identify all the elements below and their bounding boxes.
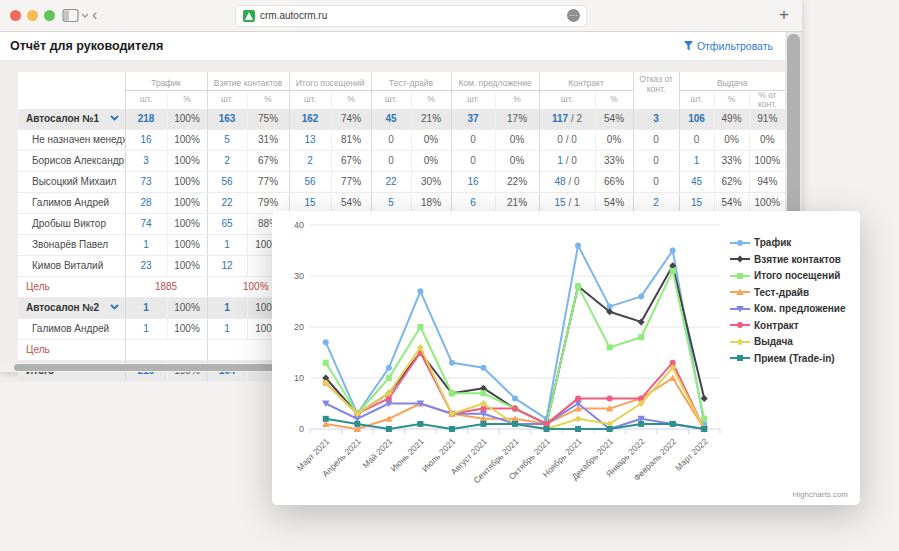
value-cell[interactable]: 106 — [679, 109, 714, 130]
value-cell[interactable]: 16 — [451, 171, 495, 192]
value-cell[interactable]: 218 — [125, 109, 167, 130]
value-cell[interactable]: 45 — [679, 171, 714, 192]
y-axis-label: 30 — [294, 271, 304, 281]
value-cell[interactable]: 1 — [207, 297, 247, 318]
legend-item[interactable]: Контракт — [730, 320, 846, 331]
value-cell: 0 — [371, 129, 411, 150]
close-window-button[interactable] — [10, 10, 21, 21]
row-name-cell: Цель — [18, 276, 125, 297]
table-row[interactable]: Автосалон №1218100%16375%16274%4521%3717… — [18, 109, 785, 130]
chevron-down-icon[interactable] — [110, 304, 119, 310]
column-subheader: % от конт. — [749, 91, 785, 109]
value-cell[interactable]: 12 — [207, 255, 247, 276]
value-cell[interactable]: 3 — [633, 109, 679, 130]
value-cell[interactable]: 5 — [207, 129, 247, 150]
row-label: Цель — [26, 281, 50, 292]
value-cell[interactable]: 162 — [289, 109, 331, 130]
column-group-header: Отказ от конт. — [633, 72, 679, 109]
value-cell[interactable]: 73 — [125, 171, 167, 192]
legend-marker-icon — [730, 304, 750, 314]
filter-button[interactable]: Отфильтровать — [684, 40, 773, 52]
url-bar[interactable]: crm.autocrm.ru ⋯ — [235, 5, 587, 27]
value-cell: 0% — [714, 129, 749, 150]
value-cell[interactable]: 22 — [207, 192, 247, 213]
value-cell[interactable]: 1 — [207, 234, 247, 255]
legend-item[interactable]: Тест-драйв — [730, 287, 846, 298]
legend-item[interactable]: Ком. предложение — [730, 303, 846, 314]
value-cell: 75% — [247, 109, 289, 130]
value-cell: 0 — [633, 129, 679, 150]
value-cell[interactable]: 65 — [207, 213, 247, 234]
value-cell[interactable]: 163 — [207, 109, 247, 130]
legend-item[interactable]: Итого посещений — [730, 270, 846, 281]
value-cell: 66% — [595, 171, 633, 192]
value-cell[interactable]: 1 — [125, 318, 167, 339]
legend-label: Трафик — [754, 237, 791, 248]
sidebar-toggle-button[interactable] — [62, 8, 88, 23]
legend-marker-icon — [730, 238, 750, 248]
value-cell[interactable]: 13 — [289, 129, 331, 150]
highcharts-credits[interactable]: Highcharts.com — [792, 490, 848, 499]
back-button[interactable]: ‹ — [92, 4, 97, 26]
legend-marker-icon — [730, 271, 750, 281]
table-row: Высоцкий Михаил73100%5677%5677%2230%1622… — [18, 171, 785, 192]
value-cell: 0% — [411, 150, 451, 171]
filter-button-label: Отфильтровать — [697, 40, 773, 52]
value-cell: 100% — [167, 318, 207, 339]
zoom-window-button[interactable] — [44, 10, 55, 21]
value-cell[interactable]: 1 — [207, 318, 247, 339]
value-cell[interactable]: 28 — [125, 192, 167, 213]
x-axis-label: Март 2022 — [673, 436, 710, 473]
value-cell[interactable]: 48 / 0 — [539, 171, 595, 192]
value-cell: 0 — [371, 150, 411, 171]
value-cell[interactable]: 2 — [207, 150, 247, 171]
value-cell: 0% — [495, 150, 539, 171]
legend-item[interactable]: Выдача — [730, 336, 846, 347]
value-cell: 0% — [411, 129, 451, 150]
new-tab-button[interactable]: + — [772, 3, 796, 27]
goal-cell: 1885 — [125, 276, 207, 297]
value-cell[interactable]: 0 / 0 — [539, 129, 595, 150]
column-subheader: шт. — [451, 91, 495, 109]
y-axis-label: 0 — [299, 424, 304, 434]
sidebar-icon — [62, 8, 88, 23]
chevron-down-icon[interactable] — [110, 115, 119, 121]
row-label: Звонарёв Павел — [32, 239, 108, 250]
value-cell[interactable]: 1 / 0 — [539, 150, 595, 171]
value-cell: 100% — [167, 192, 207, 213]
value-cell: 33% — [714, 150, 749, 171]
value-cell: 21% — [411, 109, 451, 130]
value-cell[interactable]: 117 / 2 — [539, 109, 595, 130]
desktop-background: ‹ crm.autocrm.ru ⋯ + Отчёт для руководит… — [0, 0, 899, 551]
value-cell: 74% — [331, 109, 371, 130]
value-cell[interactable]: 45 — [371, 109, 411, 130]
value-cell[interactable]: 2 — [289, 150, 331, 171]
value-cell[interactable]: 56 — [289, 171, 331, 192]
legend-marker-icon — [730, 320, 750, 330]
value-cell[interactable]: 1 — [679, 150, 714, 171]
value-cell[interactable]: 1 — [125, 234, 167, 255]
value-cell[interactable]: 23 — [125, 255, 167, 276]
legend-marker-icon — [730, 254, 750, 264]
value-cell: 100% — [167, 213, 207, 234]
value-cell: 62% — [714, 171, 749, 192]
minimize-window-button[interactable] — [27, 10, 38, 21]
value-cell: 0% — [749, 129, 785, 150]
value-cell[interactable]: 37 — [451, 109, 495, 130]
value-cell[interactable]: 1 — [125, 297, 167, 318]
value-cell[interactable]: 74 — [125, 213, 167, 234]
column-subheader: % — [247, 91, 289, 109]
value-cell[interactable]: 22 — [371, 171, 411, 192]
column-subheader: % — [495, 91, 539, 109]
more-options-badge[interactable]: ⋯ — [567, 9, 580, 22]
legend-item[interactable]: Взятие контактов — [730, 254, 846, 265]
value-cell[interactable]: 3 — [125, 150, 167, 171]
value-cell: 17% — [495, 109, 539, 130]
value-cell: 31% — [247, 129, 289, 150]
legend-item[interactable]: Трафик — [730, 237, 846, 248]
legend-item[interactable]: Прием (Trade-in) — [730, 353, 846, 364]
value-cell[interactable]: 16 — [125, 129, 167, 150]
value-cell[interactable]: 56 — [207, 171, 247, 192]
row-label: Автосалон №2 — [26, 302, 99, 313]
row-label: Не назначен менеджер — [32, 134, 125, 145]
